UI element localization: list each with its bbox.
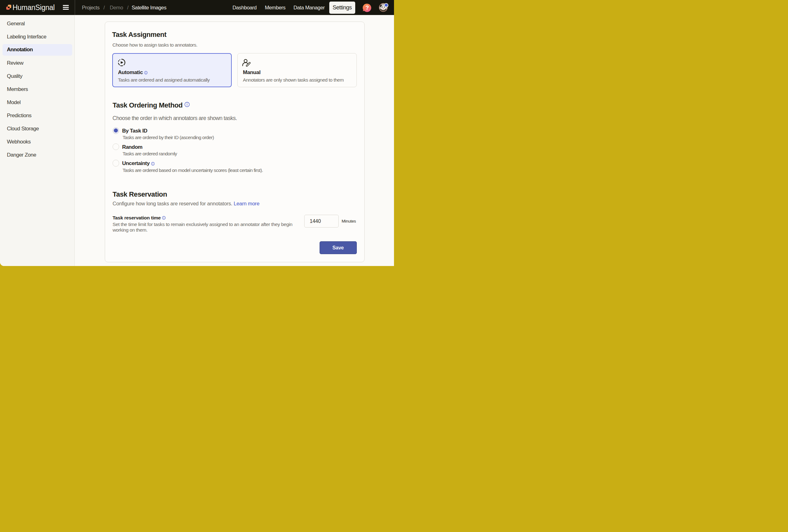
svg-text:?: ? (365, 5, 369, 11)
